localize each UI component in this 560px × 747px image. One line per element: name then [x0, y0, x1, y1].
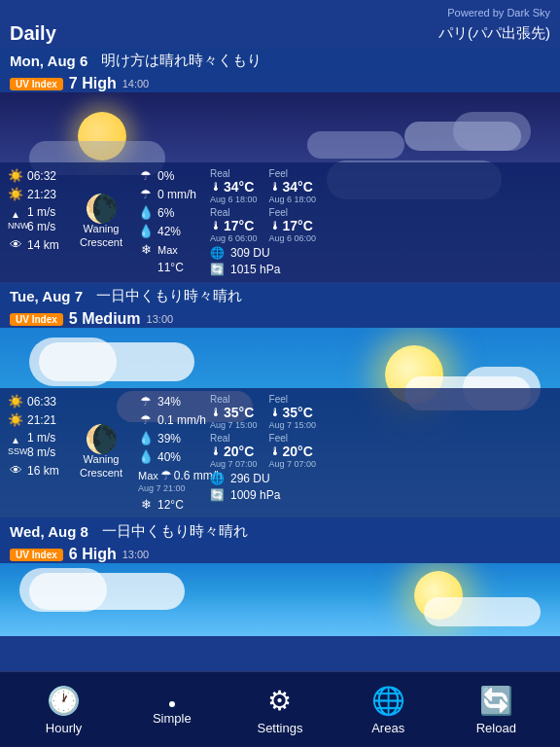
day1-feel-low: Feel 🌡 17°C Aug 6 06:00 [269, 207, 317, 243]
day2-rain-row: ☂ 0.1 mm/h [138, 412, 206, 427]
day1-temp-high-row: Real 🌡 34°C Aug 6 18:00 Feel 🌡 34°C [210, 168, 552, 204]
day2-precip-max-label: Max [138, 470, 158, 481]
day2-real-low-time: Aug 7 07:00 [210, 459, 258, 469]
day2-temp-low: 12°C [158, 498, 184, 512]
nav-settings[interactable]: ⚙ Settings [241, 685, 319, 735]
day1-precip-pct: ☂ 0% [138, 168, 206, 183]
day2-weather-data: ☀️ 06:33 ☀️ 21:21 ▲SSW 1 m/s 8 m/s [0, 388, 560, 517]
day1-pressure-row: 🔄 1015 hPa [210, 263, 552, 276]
nav-simple[interactable]: Simple [133, 694, 211, 726]
day-block-3: Wed, Aug 8 一日中くもり時々晴れ UV Index 6 High 13… [0, 519, 560, 636]
day1-sunset-row: ☀️ 21:23 [8, 187, 64, 201]
main-content: Mon, Aug 6 明け方は晴れ時々くもり UV Index 7 High 1… [0, 49, 560, 720]
bottom-nav: 🕐 Hourly Simple ⚙ Settings 🌐 Areas 🔄 Rel… [0, 671, 560, 747]
day2-humidity: 39% [158, 432, 181, 445]
therm-icon2: 🌡 [269, 180, 281, 194]
feel-label2: Feel [269, 394, 317, 405]
day2-precip-val: 34% [158, 395, 181, 409]
day1-temp-low-row2: Real 🌡 17°C Aug 6 06:00 Feel 🌡 17°C [210, 207, 552, 243]
day1-real-high: Real 🌡 34°C Aug 6 18:00 [210, 168, 258, 204]
day1-vis-row: 👁 14 km [8, 237, 64, 252]
day1-moon-name: Waning Crescent [64, 223, 138, 248]
day2-du-row: 🌐 296 DU [210, 472, 552, 485]
drop2-icon2: 💧 [138, 449, 154, 464]
day2-feel-high-val: 35°C [283, 405, 313, 420]
day1-feel-high-val: 34°C [283, 179, 313, 195]
day3-uv-time: 13:00 [122, 549, 150, 560]
therm-icon3: 🌡 [210, 219, 222, 232]
day2-real-low-val: 20°C [224, 444, 254, 459]
day2-temp-high-row: Real 🌡 35°C Aug 7 15:00 Feel 🌡 35°C [210, 394, 552, 430]
day1-temp-low-row: 11°C [138, 261, 206, 274]
rain-icon: ☂ [138, 187, 154, 201]
nav-hourly[interactable]: 🕐 Hourly [25, 685, 103, 735]
day1-real-high-val-row: 🌡 34°C [210, 179, 258, 195]
clock-icon: 🕐 [47, 685, 81, 717]
daily-label: Daily [10, 22, 56, 45]
day1-uv-time: 14:00 [122, 78, 150, 89]
day1-wind-max: 6 m/s [27, 220, 55, 233]
wind-icon: ▲NNW [8, 209, 23, 231]
real-label1b: Real [210, 207, 258, 218]
day1-uv-line: UV Index 7 High 14:00 [0, 73, 560, 92]
therm-icon1: 🌡 [210, 180, 222, 194]
day1-moon-icon: 🌘 [85, 196, 119, 223]
day2-uv-time: 13:00 [147, 313, 174, 325]
day2-wind-min: 1 m/s [27, 431, 55, 445]
eye-icon2: 👁 [8, 463, 23, 478]
day2-uv-value: 5 Medium [69, 310, 141, 328]
day2-real-low: Real 🌡 20°C Aug 7 07:00 [210, 433, 258, 469]
eye-icon: 👁 [8, 237, 23, 252]
pressure-icon1: 🔄 [210, 263, 225, 276]
cloud-day3c [424, 597, 541, 626]
day-header-1: Mon, Aug 6 明け方は晴れ時々くもり [0, 49, 560, 73]
cloud-day2b [29, 338, 117, 386]
day2-sunset: 21:21 [27, 413, 56, 427]
drop-icon2: 💧 [138, 431, 154, 445]
day1-rain-val: 0 mm/h [158, 188, 196, 201]
day3-desc: 一日中くもり時々晴れ [102, 522, 248, 541]
cloud-deco [453, 112, 531, 151]
day2-name: Tue, Aug 7 [10, 288, 83, 304]
day2-real-high-time: Aug 7 15:00 [210, 420, 258, 430]
day1-humidity2: 42% [158, 225, 181, 238]
rain-icon2: ☂ [138, 412, 154, 427]
day2-humidity2-row: 💧 40% [138, 449, 206, 464]
day2-uv-line: UV Index 5 Medium 13:00 [0, 308, 560, 328]
day3-uv-badge: UV Index [10, 549, 63, 561]
day1-feel-low-val: 17°C [283, 218, 313, 233]
day1-col-moon: 🌘 Waning Crescent [64, 168, 138, 276]
day1-name: Mon, Aug 6 [10, 53, 88, 69]
day1-sunrise: 06:32 [27, 169, 56, 183]
day1-uv-value: 7 High [69, 75, 117, 92]
umbrella-icon: ☂ [138, 168, 154, 183]
day2-uv-du: 296 DU [230, 472, 270, 485]
day1-real-high-val: 34°C [224, 179, 254, 195]
day1-humidity: 6% [158, 206, 174, 220]
day1-col-sun: ☀️ 06:32 ☀️ 21:23 ▲NNW 1 m/s 6 m/s [8, 168, 64, 276]
day2-desc: 一日中くもり時々晴れ [96, 287, 242, 305]
nav-areas[interactable]: 🌐 Areas [349, 685, 427, 735]
umbrella-max-icon2: ☂ [160, 468, 172, 482]
day1-du-row: 🌐 309 DU [210, 246, 552, 260]
day1-uv-du: 309 DU [230, 246, 270, 260]
sunrise-icon2: ☀️ [8, 394, 23, 409]
day1-col-temps: Real 🌡 34°C Aug 6 18:00 Feel 🌡 34°C [206, 168, 552, 276]
day3-uv-line: UV Index 6 High 13:00 [0, 544, 560, 563]
day1-sunset: 21:23 [27, 188, 56, 201]
day1-real-low-val-row: 🌡 17°C [210, 218, 258, 233]
day2-bg: ☀️ 06:33 ☀️ 21:21 ▲SSW 1 m/s 8 m/s [0, 328, 560, 517]
day2-pressure-row: 🔄 1009 hPa [210, 488, 552, 502]
sunset-icon2: ☀️ [8, 412, 23, 427]
day2-pressure: 1009 hPa [230, 488, 280, 502]
location-label: パリ(パパ出張先) [438, 24, 550, 43]
day1-sunrise-row: ☀️ 06:32 [8, 168, 64, 183]
day1-feel-high: Feel 🌡 34°C Aug 6 18:00 [269, 168, 317, 204]
day1-uv-badge: UV Index [10, 78, 63, 90]
nav-reload[interactable]: 🔄 Reload [457, 685, 535, 735]
drop-icon: 💧 [138, 205, 154, 220]
day2-feel-low-val: 20°C [283, 444, 313, 459]
day2-sunset-row: ☀️ 21:21 [8, 412, 64, 427]
cloud-deco [307, 131, 404, 159]
nav-areas-label: Areas [371, 721, 404, 735]
